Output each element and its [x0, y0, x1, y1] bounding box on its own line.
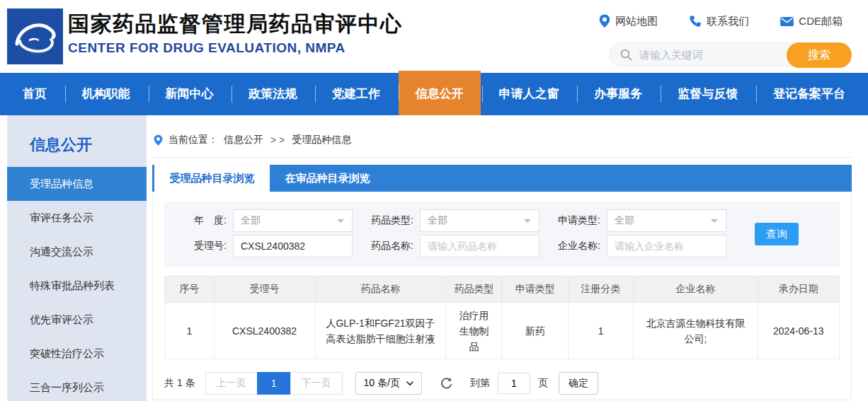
sidebar: 信息公开 受理品种信息 审评任务公示 沟通交流公示 特殊审批品种列表 优先审评公… [7, 115, 147, 401]
year-select-value: 全部 [241, 214, 261, 227]
goto-page-input[interactable] [498, 373, 530, 394]
cell-drug-type: 治疗用生物制品 [446, 303, 502, 359]
search-icon [620, 49, 632, 61]
main-panel: 当前位置：信息公开 > > 受理品种信息 受理品种目录浏览 在审品种目录浏览 年… [152, 115, 852, 401]
filter-row-2: 受理号: 药品名称: 企业名称: [174, 233, 840, 259]
catalog-tabs: 受理品种目录浏览 在审品种目录浏览 [152, 165, 852, 192]
drug-name-label: 药品名称: [361, 240, 413, 252]
contact-label: 联系我们 [707, 15, 749, 28]
confirm-button[interactable]: 确定 [559, 372, 598, 395]
breadcrumb-prefix: 当前位置： [169, 134, 218, 146]
cell-company: 北京吉源生物科技有限公司; [634, 303, 758, 359]
col-drug-name: 药品名称 [315, 277, 446, 303]
col-accept-no: 受理号 [214, 277, 315, 303]
nav-item-registration-platform[interactable]: 登记备案平台 [756, 73, 862, 115]
tab-accepted-catalog[interactable]: 受理品种目录浏览 [154, 165, 270, 192]
search-button[interactable]: 搜索 [787, 42, 852, 68]
tab-panel: 年 度: 全部 药品类型: 全部 申请类型: 全部 [152, 192, 852, 400]
tab-under-review-catalog[interactable]: 在审品种目录浏览 [270, 165, 385, 192]
nav-item-home[interactable]: 首页 [6, 73, 64, 115]
nav-item-functions[interactable]: 机构职能 [65, 73, 147, 115]
cell-accept-no: CXSL2400382 [214, 303, 315, 359]
accept-no-input[interactable] [233, 235, 353, 257]
refresh-icon[interactable] [440, 377, 453, 390]
goto-label: 到第 [470, 377, 490, 390]
breadcrumb-current[interactable]: 受理品种信息 [292, 134, 351, 146]
sidebar-item-priority-review[interactable]: 优先审评公示 [7, 303, 147, 337]
phone-icon [689, 15, 702, 28]
company-input[interactable] [607, 235, 726, 257]
col-date: 承办日期 [758, 277, 839, 303]
sidebar-item-special-approval[interactable]: 特殊审批品种列表 [7, 269, 147, 303]
mailbox-link[interactable]: CDE邮箱 [780, 14, 843, 28]
filter-row-1: 年 度: 全部 药品类型: 全部 申请类型: 全部 [174, 208, 840, 233]
mailbox-label: CDE邮箱 [799, 15, 843, 28]
next-page-button[interactable]: 下一页 [290, 372, 343, 395]
drug-name-input[interactable] [420, 235, 539, 257]
col-apply-type: 申请类型 [502, 277, 568, 303]
cell-apply-type: 新药 [502, 303, 568, 359]
nav-item-news[interactable]: 新闻中心 [149, 73, 231, 115]
breadcrumb-separator: > > [270, 134, 285, 146]
table-row: 1 CXSL2400382 人GLP-1和FGF21双因子高表达脂肪干细胞注射液… [165, 303, 840, 359]
nav-item-info-disclosure[interactable]: 信息公开 [399, 71, 481, 115]
cell-date: 2024-06-13 [758, 303, 839, 359]
site-title: 国家药品监督管理局药品审评中心 [68, 11, 403, 37]
goto-unit: 页 [538, 377, 548, 390]
accept-no-filter: 受理号: [174, 235, 353, 257]
location-pin-icon [154, 134, 163, 146]
pagination: 共 1 条 上一页 1 下一页 10 条/页 到第 [164, 372, 840, 395]
sidebar-item-accepted-varieties[interactable]: 受理品种信息 [7, 167, 147, 201]
filter-box: 年 度: 全部 药品类型: 全部 申请类型: 全部 [164, 202, 840, 267]
breadcrumb-section[interactable]: 信息公开 [224, 134, 263, 146]
year-select[interactable]: 全部 [233, 209, 353, 232]
sitemap-link[interactable]: 网站地图 [599, 14, 658, 28]
envelope-icon [780, 16, 794, 27]
breadcrumb: 当前位置：信息公开 > > 受理品种信息 [152, 115, 852, 158]
company-filter: 企业名称: [548, 235, 726, 257]
site-titles: 国家药品监督管理局药品审评中心 CENTER FOR DRUG EVALUATI… [68, 11, 403, 56]
sidebar-item-communication[interactable]: 沟通交流公示 [7, 235, 147, 269]
apply-type-select-value: 全部 [615, 214, 634, 227]
company-label: 企业名称: [548, 240, 600, 252]
year-label: 年 度: [174, 214, 227, 227]
year-filter: 年 度: 全部 [174, 209, 353, 232]
drug-type-filter: 药品类型: 全部 [361, 209, 539, 232]
apply-type-select[interactable]: 全部 [607, 209, 726, 232]
col-seq: 序号 [165, 277, 215, 303]
nav-item-policies[interactable]: 政策法规 [232, 73, 314, 115]
total-count: 共 1 条 [164, 377, 195, 390]
cell-drug-name: 人GLP-1和FGF21双因子高表达脂肪干细胞注射液 [315, 303, 446, 359]
nav-item-services[interactable]: 办事服务 [577, 73, 659, 115]
sitemap-label: 网站地图 [615, 15, 658, 28]
apply-type-label: 申请类型: [548, 214, 600, 227]
nav-item-applicant-window[interactable]: 申请人之窗 [482, 73, 576, 115]
page-size-value: 10 条/页 [364, 377, 400, 390]
apply-type-filter: 申请类型: 全部 [548, 209, 726, 232]
cde-logo[interactable] [7, 8, 63, 64]
drug-type-label: 药品类型: [361, 214, 413, 227]
sidebar-title: 信息公开 [7, 115, 147, 167]
swan-swirl-icon [7, 8, 63, 64]
table-header-row: 序号 受理号 药品名称 药品类型 申请类型 注册分类 企业名称 承办日期 [165, 277, 840, 303]
results-table: 序号 受理号 药品名称 药品类型 申请类型 注册分类 企业名称 承办日期 1 C… [164, 276, 840, 359]
site-header: 国家药品监督管理局药品审评中心 CENTER FOR DRUG EVALUATI… [0, 0, 868, 73]
site-search: 搜索 [609, 42, 852, 66]
cell-reg-class: 1 [568, 303, 633, 359]
page-size-select[interactable]: 10 条/页 [355, 372, 422, 395]
primary-nav: 首页 机构职能 新闻中心 政策法规 党建工作 信息公开 申请人之窗 办事服务 监… [0, 73, 868, 115]
location-pin-icon [599, 14, 610, 28]
nav-item-party[interactable]: 党建工作 [315, 73, 397, 115]
col-drug-type: 药品类型 [446, 277, 502, 303]
prev-page-button[interactable]: 上一页 [205, 372, 258, 395]
page-number-button[interactable]: 1 [257, 372, 291, 395]
drug-type-select[interactable]: 全部 [420, 209, 539, 232]
cell-seq: 1 [165, 303, 215, 359]
sidebar-item-breakthrough-therapy[interactable]: 突破性治疗公示 [7, 337, 147, 371]
sidebar-item-review-tasks[interactable]: 审评任务公示 [7, 201, 147, 235]
contact-link[interactable]: 联系我们 [689, 14, 749, 28]
header-quick-links: 网站地图 联系我们 CDE邮箱 [599, 14, 843, 28]
nav-item-supervision[interactable]: 监督与反馈 [661, 73, 755, 115]
sidebar-item-three-in-one[interactable]: 三合一序列公示 [7, 371, 147, 401]
query-button[interactable]: 查询 [755, 223, 799, 245]
